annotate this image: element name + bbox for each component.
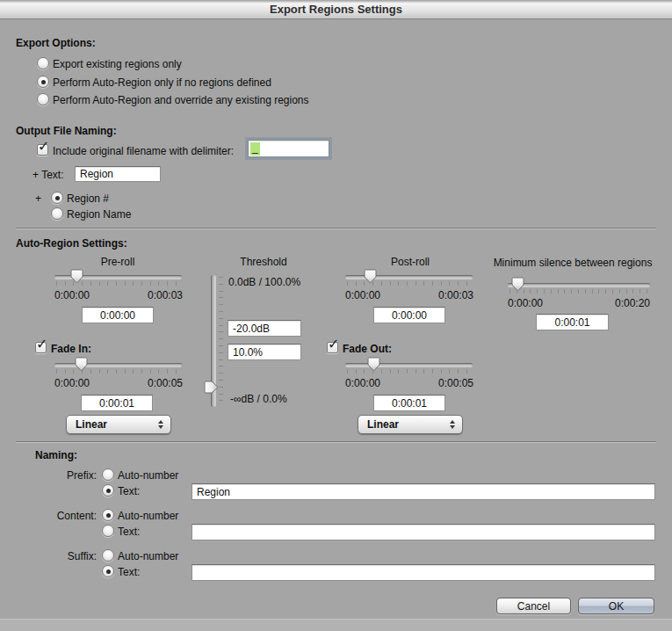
title-bar: Export Regions Settings	[0, 0, 672, 19]
min-silence-max-label: 0:00:20	[608, 297, 650, 309]
fade-out-min-label: 0:00:00	[345, 377, 380, 389]
prefix-text-radio[interactable]	[102, 484, 114, 497]
content-auto-number-label[interactable]: Auto-number	[118, 510, 178, 522]
radio-region-name[interactable]	[51, 207, 63, 220]
content-text-input[interactable]	[191, 524, 655, 540]
threshold-bottom-label: -∞dB / 0.0%	[230, 393, 287, 405]
fade-out-ticks	[347, 369, 472, 374]
fade-in-label[interactable]: Fade In:	[51, 343, 91, 355]
text-input[interactable]	[75, 166, 161, 182]
suffix-label: Suffix:	[35, 550, 97, 562]
export-regions-settings-dialog: Export Regions Settings Export Options: …	[0, 0, 672, 631]
radio-auto-region-if-none-label[interactable]: Perform Auto-Region only if no regions d…	[53, 76, 271, 89]
fade-out-value-input[interactable]	[373, 395, 445, 411]
pre-roll-value-input[interactable]	[82, 307, 154, 323]
suffix-text-radio[interactable]	[102, 565, 114, 577]
cancel-button[interactable]: Cancel	[496, 598, 571, 614]
prefix-text-label[interactable]: Text:	[118, 485, 140, 497]
fade-out-label[interactable]: Fade Out:	[343, 343, 392, 355]
min-silence-ticks	[509, 289, 649, 294]
radio-region-name-label[interactable]: Region Name	[67, 208, 131, 221]
output-file-naming-header: Output File Naming:	[16, 125, 117, 137]
prefix-auto-number-label[interactable]: Auto-number	[118, 469, 178, 482]
stepper-arrows-icon	[158, 420, 163, 430]
post-roll-min-label: 0:00:00	[345, 289, 380, 301]
threshold-db-input[interactable]	[228, 320, 301, 337]
radio-auto-region-override-label[interactable]: Perform Auto-Region and override any exi…	[53, 94, 309, 106]
pre-roll-max-label: 0:00:03	[141, 289, 183, 301]
fade-out-max-label: 0:00:05	[431, 377, 473, 389]
content-auto-number-radio[interactable]	[102, 509, 114, 521]
fade-in-ticks	[56, 369, 181, 374]
fade-out-curve-value: Linear	[358, 418, 450, 431]
threshold-ticks	[219, 277, 223, 405]
content-label: Content:	[35, 510, 97, 522]
content-text-label[interactable]: Text:	[118, 526, 140, 538]
checkmark-icon: ✓	[328, 336, 339, 352]
ok-button[interactable]: OK	[578, 598, 654, 614]
prefix-label: Prefix:	[35, 469, 97, 482]
post-roll-ticks	[347, 281, 472, 286]
export-options-header: Export Options:	[16, 37, 96, 49]
window-bottom-edge	[0, 619, 672, 631]
delimiter-input[interactable]: _	[248, 140, 329, 157]
min-silence-slider[interactable]	[508, 283, 650, 286]
fade-in-checkbox[interactable]: ✓	[35, 342, 47, 353]
radio-dot-icon	[55, 196, 60, 200]
section-divider	[16, 441, 656, 443]
min-silence-title: Minimum silence between regions	[489, 257, 656, 269]
radio-dot-icon	[41, 80, 46, 84]
prefix-text-input[interactable]	[191, 483, 655, 500]
fade-out-checkbox[interactable]: ✓	[327, 342, 338, 353]
plus-symbol: +	[35, 192, 41, 205]
fade-out-slider[interactable]	[345, 363, 473, 366]
cancel-button-label: Cancel	[517, 600, 550, 613]
pre-roll-min-label: 0:00:00	[54, 289, 90, 301]
fade-in-curve-value: Linear	[67, 418, 158, 431]
include-filename-label[interactable]: Include original filename with delimiter…	[53, 145, 234, 157]
radio-dot-icon	[106, 489, 111, 493]
radio-export-existing-only[interactable]	[37, 57, 49, 69]
radio-region-number[interactable]	[51, 192, 63, 204]
ok-button-label: OK	[609, 600, 624, 613]
checkmark-icon: ✓	[36, 336, 47, 352]
threshold-title: Threshold	[211, 256, 316, 268]
auto-region-settings-header: Auto-Region Settings:	[16, 237, 127, 250]
suffix-text-input[interactable]	[191, 564, 655, 581]
include-filename-checkbox[interactable]: ✓	[37, 144, 48, 156]
window-title: Export Regions Settings	[270, 3, 402, 16]
pre-roll-title: Pre-roll	[53, 256, 183, 268]
post-roll-title: Post-roll	[345, 256, 475, 268]
prefix-auto-number-radio[interactable]	[102, 468, 114, 481]
section-divider	[16, 228, 656, 229]
radio-auto-region-if-none[interactable]	[37, 76, 49, 88]
fade-in-slider[interactable]	[54, 363, 182, 366]
delimiter-selected-text: _	[250, 142, 260, 156]
post-roll-max-label: 0:00:03	[431, 289, 473, 301]
radio-region-number-label[interactable]: Region #	[67, 192, 109, 205]
checkmark-icon: ✓	[38, 138, 49, 155]
fade-in-min-label: 0:00:00	[54, 377, 90, 389]
post-roll-value-input[interactable]	[373, 307, 445, 323]
plus-text-label: + Text:	[33, 169, 63, 181]
radio-auto-region-override[interactable]	[37, 93, 49, 105]
suffix-auto-number-label[interactable]: Auto-number	[118, 550, 178, 562]
min-silence-min-label: 0:00:00	[508, 297, 543, 309]
min-silence-value-input[interactable]	[536, 314, 609, 330]
fade-in-curve-dropdown[interactable]: Linear	[66, 415, 171, 434]
threshold-top-label: 0.0dB / 100.0%	[228, 276, 300, 288]
threshold-percent-input[interactable]	[228, 344, 301, 360]
radio-dot-icon	[106, 513, 111, 518]
stepper-arrows-icon	[450, 420, 455, 430]
fade-in-value-input[interactable]	[81, 395, 153, 411]
suffix-text-label[interactable]: Text:	[118, 566, 140, 578]
fade-in-max-label: 0:00:05	[141, 377, 183, 389]
fade-out-curve-dropdown[interactable]: Linear	[358, 415, 463, 434]
threshold-slider-thumb[interactable]	[204, 381, 219, 394]
radio-dot-icon	[106, 569, 111, 574]
suffix-auto-number-radio[interactable]	[102, 549, 114, 562]
radio-export-existing-only-label[interactable]: Export existing regions only	[53, 58, 182, 70]
pre-roll-ticks	[56, 281, 181, 286]
naming-header: Naming:	[35, 449, 77, 461]
content-text-radio[interactable]	[102, 525, 114, 537]
